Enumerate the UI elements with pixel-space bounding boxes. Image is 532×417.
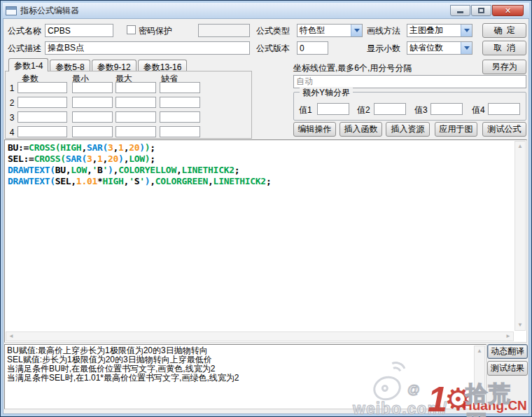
param-input-r1c4[interactable]	[160, 82, 200, 93]
y-value-label-4: 值4	[472, 105, 485, 115]
param-input-r4c4[interactable]	[160, 126, 200, 137]
param-input-r2c3[interactable]	[115, 97, 156, 108]
close-button[interactable]: ✕	[492, 5, 524, 16]
param-input-r3c4[interactable]	[160, 111, 200, 123]
decimal-display-select[interactable]: 缺省位数	[407, 41, 472, 55]
param-input-r3c3[interactable]	[115, 111, 156, 123]
formula-desc-label: 公式描述	[8, 43, 41, 53]
translation-panel: BU赋值:最高价上穿步长为1极限值为20的3日抛物转向SEL赋值:步长为1极限值…	[4, 344, 486, 409]
password-input[interactable]	[198, 24, 250, 37]
formula-version-label: 公式版本	[256, 43, 290, 53]
param-input-r4c2[interactable]	[72, 126, 113, 137]
coordinate-hint-label: 坐标线位置,最多6个,用分号分隔	[293, 63, 412, 73]
maximize-icon	[478, 8, 484, 13]
dialog-client: 公式名称 密码保护 公式类型 特色型 画线方法 主图叠加 确 定 公式描述 公式…	[3, 18, 529, 414]
insert-resource-button[interactable]: 插入资源	[386, 122, 430, 137]
y-value-input-2[interactable]	[374, 103, 406, 115]
formula-type-label: 公式类型	[256, 26, 290, 36]
param-row-number: 1	[8, 83, 15, 93]
code-line-4: DRAWTEXT(SEL,1.01*HIGH,'S'),COLORGREEN,L…	[8, 176, 512, 187]
y-value-label-2: 值2	[357, 105, 370, 115]
tab-params-2[interactable]: 参数5-8	[50, 60, 90, 71]
param-input-r1c3[interactable]	[115, 82, 156, 93]
scroll-up-icon[interactable]: ▲	[475, 346, 484, 356]
chevron-down-icon[interactable]	[461, 25, 472, 36]
code-vertical-scrollbar[interactable]: ▲ ▼	[514, 141, 526, 331]
scroll-right-icon[interactable]: ►	[503, 331, 513, 341]
dialog-window: 指标公式编辑器 ✕ 公式名称 密码保护 公式类型 特色型 画线方法 主图叠加 确…	[0, 0, 532, 417]
param-row-number: 2	[8, 98, 15, 108]
chevron-down-icon[interactable]	[351, 25, 362, 36]
translation-line-4: 当满足条件SEL时,在1.01*最高价位置书写文字,画绿色,线宽为2	[7, 374, 472, 383]
param-input-r1c1[interactable]	[18, 82, 67, 93]
scroll-down-icon[interactable]: ▼	[515, 320, 525, 330]
y-value-input-1[interactable]	[317, 103, 349, 115]
formula-desc-input[interactable]	[45, 41, 250, 55]
param-input-r1c2[interactable]	[72, 82, 113, 93]
decimal-display-label: 显示小数	[367, 43, 400, 53]
scroll-left-icon[interactable]: ◄	[6, 331, 16, 341]
y-value-label-1: 值1	[299, 105, 312, 115]
parameter-tabs: 参数1-4参数5-8参数9-12参数13-16	[8, 58, 188, 71]
param-input-r3c2[interactable]	[72, 111, 113, 123]
formula-version-input[interactable]	[297, 41, 328, 55]
window-icon	[6, 6, 17, 15]
y-value-label-3: 值3	[414, 105, 428, 115]
minimize-button[interactable]	[450, 5, 470, 16]
tab-params-1[interactable]: 参数1-4	[8, 58, 48, 71]
draw-method-select[interactable]: 主图叠加	[407, 24, 472, 37]
translation-text: BU赋值:最高价上穿步长为1极限值为20的3日抛物转向SEL赋值:步长为1极限值…	[7, 346, 472, 407]
param-row-number: 3	[8, 113, 15, 123]
apply-to-chart-button[interactable]: 应用于图	[435, 122, 477, 137]
code-line-1: BU:=CROSS(HIGH,SAR(3,1,20));	[8, 142, 512, 153]
password-protect-label: 密码保护	[139, 26, 172, 36]
ok-button[interactable]: 确 定	[482, 23, 526, 38]
insert-function-button[interactable]: 插入函数	[340, 122, 382, 137]
tab-params-4[interactable]: 参数13-16	[138, 60, 188, 71]
parameter-panel: 参数最小最大缺省1234	[5, 71, 252, 139]
maximize-button[interactable]	[471, 5, 491, 16]
chevron-down-icon[interactable]	[461, 42, 472, 54]
formula-name-input[interactable]	[45, 24, 113, 37]
window-title: 指标公式编辑器	[20, 5, 79, 17]
param-input-r4c1[interactable]	[18, 126, 67, 137]
y-value-input-4[interactable]	[488, 103, 520, 115]
titlebar[interactable]: 指标公式编辑器 ✕	[3, 3, 529, 18]
minimize-icon	[457, 11, 463, 13]
dynamic-translate-button[interactable]: 动态翻译	[487, 344, 528, 359]
close-icon: ✕	[505, 7, 511, 15]
param-input-r2c1[interactable]	[18, 97, 67, 108]
param-input-r3c1[interactable]	[18, 111, 67, 123]
translation-scrollbar[interactable]: ▲ ▼	[474, 346, 485, 408]
cancel-button[interactable]: 取 消	[482, 41, 526, 55]
code-horizontal-scrollbar[interactable]: ◄ ►	[6, 331, 514, 341]
password-protect-checkbox[interactable]	[127, 25, 136, 34]
code-line-3: DRAWTEXT(BU,LOW,'B'),COLORYELLOW,LINETHI…	[8, 165, 512, 176]
edit-operation-button[interactable]: 编辑操作	[293, 122, 336, 137]
test-result-button[interactable]: 测试结果	[487, 361, 528, 376]
tab-params-3[interactable]: 参数9-12	[92, 60, 136, 71]
test-formula-button[interactable]: 测试公式	[482, 122, 526, 137]
extra-y-axis-title: 额外Y轴分界	[300, 87, 353, 99]
code-text[interactable]: BU:=CROSS(HIGH,SAR(3,1,20));SEL:=CROSS(S…	[8, 142, 512, 330]
scroll-down-icon[interactable]: ▼	[475, 397, 484, 407]
param-input-r4c3[interactable]	[115, 126, 156, 137]
code-line-2: SEL:=CROSS(SAR(3,1,20),LOW);	[8, 153, 512, 165]
formula-type-select[interactable]: 特色型	[297, 24, 363, 37]
draw-method-label: 画线方法	[367, 26, 400, 36]
y-value-input-3[interactable]	[430, 103, 463, 115]
extra-y-axis-group: 额外Y轴分界 值1值2值3值4	[293, 92, 526, 121]
save-as-button[interactable]: 另存为	[482, 60, 526, 74]
formula-name-label: 公式名称	[8, 26, 41, 36]
param-input-r2c4[interactable]	[160, 97, 200, 108]
param-input-r2c2[interactable]	[72, 97, 113, 108]
scroll-up-icon[interactable]: ▲	[515, 142, 525, 151]
param-row-number: 4	[8, 128, 15, 137]
formula-code-editor[interactable]: BU:=CROSS(HIGH,SAR(3,1,20));SEL:=CROSS(S…	[4, 139, 527, 343]
